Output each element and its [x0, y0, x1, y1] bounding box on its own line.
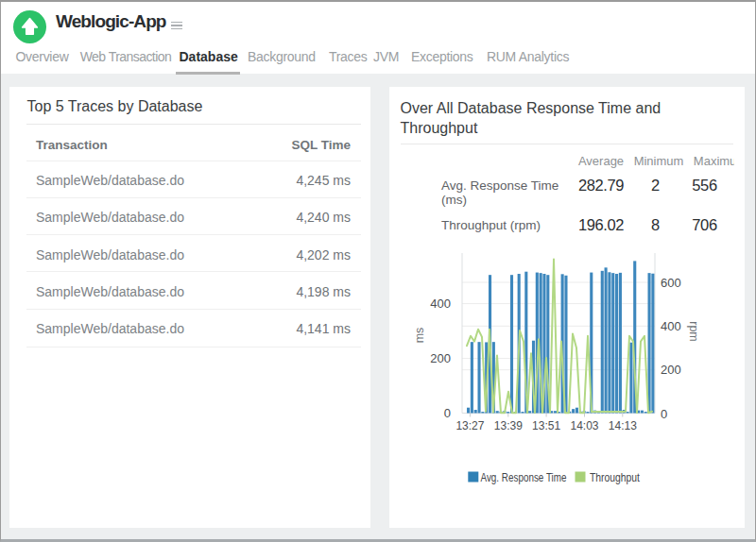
svg-text:13:27: 13:27	[455, 419, 484, 432]
svg-text:0: 0	[661, 407, 667, 421]
svg-text:rpm: rpm	[687, 321, 700, 342]
svg-text:600: 600	[661, 276, 681, 290]
svg-text:400: 400	[430, 296, 451, 311]
svg-text:13:39: 13:39	[494, 419, 523, 432]
svg-text:200: 200	[661, 363, 681, 377]
svg-text:Throughput: Throughput	[590, 471, 640, 484]
svg-text:200: 200	[430, 351, 451, 365]
svg-text:Avg. Response Time: Avg. Response Time	[481, 471, 567, 484]
svg-text:13:51: 13:51	[532, 419, 560, 432]
svg-text:400: 400	[661, 319, 681, 333]
svg-text:0: 0	[444, 406, 451, 420]
svg-text:ms: ms	[413, 328, 426, 344]
svg-text:14:13: 14:13	[609, 419, 637, 432]
svg-text:14:03: 14:03	[570, 419, 598, 432]
